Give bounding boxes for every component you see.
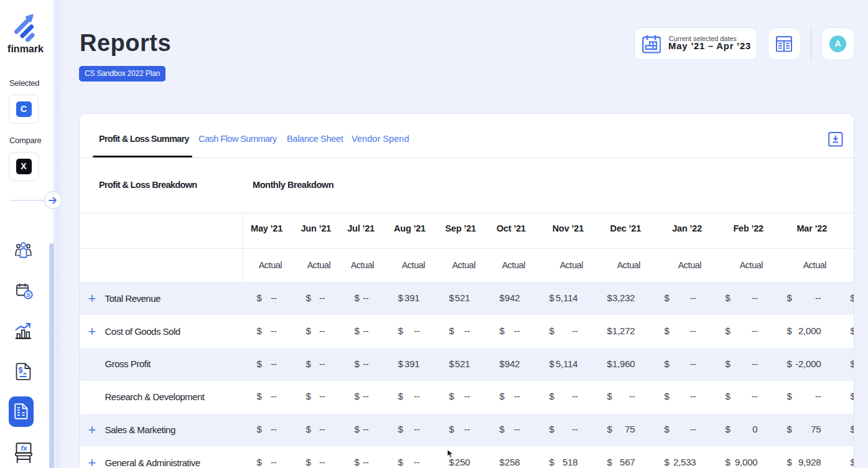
svg-text:S: S [26, 291, 30, 298]
svg-text:$: $ [19, 366, 23, 375]
svg-text:fx: fx [21, 444, 28, 452]
